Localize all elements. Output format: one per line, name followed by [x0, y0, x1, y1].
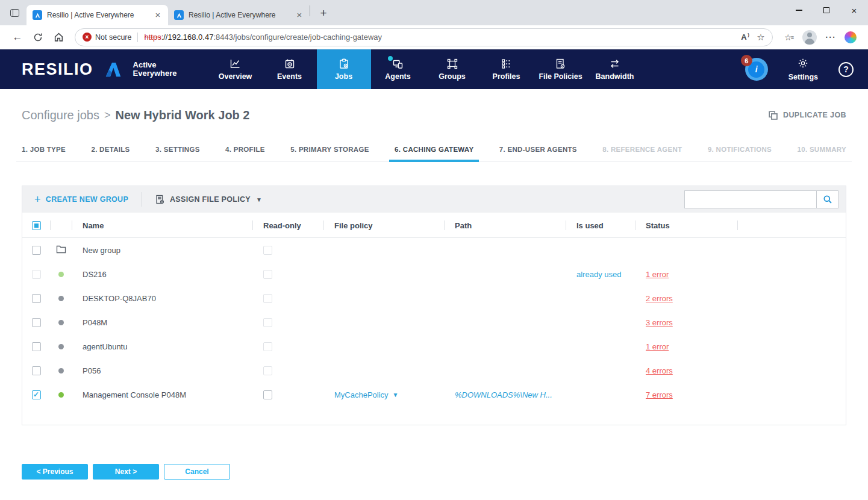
- row-type-cell: [50, 245, 72, 255]
- error-link[interactable]: 1 error: [646, 342, 669, 351]
- step-tab-4[interactable]: 4. PROFILE: [220, 146, 270, 161]
- nav-item-bandwidth[interactable]: Bandwidth: [588, 49, 642, 89]
- error-link[interactable]: 3 errors: [646, 318, 673, 327]
- tab-close-icon[interactable]: ×: [152, 10, 163, 20]
- row-type-cell: [50, 272, 72, 277]
- file-policy-label: MyCachePolicy: [334, 390, 389, 399]
- profile-avatar[interactable]: [801, 28, 819, 46]
- overview-icon: [229, 58, 241, 70]
- table-row: agentUbuntu1 error: [22, 334, 846, 358]
- readonly-checkbox[interactable]: [263, 390, 272, 399]
- tab-close-icon[interactable]: ×: [294, 10, 305, 20]
- search-input[interactable]: [685, 191, 816, 208]
- tab-actions-button[interactable]: [6, 4, 23, 21]
- readonly-checkbox: [263, 366, 272, 375]
- step-tab-9[interactable]: 9. NOTIFICATIONS: [702, 146, 777, 161]
- readonly-cell: [252, 318, 323, 327]
- nav-item-groups[interactable]: Groups: [425, 49, 479, 89]
- search-button[interactable]: [816, 191, 838, 208]
- next-button[interactable]: Next >: [93, 464, 159, 480]
- status-cell: 2 errors: [635, 294, 737, 303]
- back-button[interactable]: ←: [8, 28, 27, 46]
- error-link[interactable]: 7 errors: [646, 390, 673, 399]
- row-checkbox[interactable]: [32, 294, 41, 303]
- step-tab-10[interactable]: 10. SUMMARY: [792, 146, 852, 161]
- row-checkbox[interactable]: [32, 246, 41, 255]
- read-aloud-icon[interactable]: A): [736, 30, 752, 45]
- help-button[interactable]: ?: [838, 62, 854, 77]
- browser-tab-active[interactable]: Resilio | Active Everywhere ×: [27, 5, 168, 25]
- row-type-cell: [50, 344, 72, 349]
- nav-item-overview[interactable]: Overview: [208, 49, 263, 89]
- readonly-cell: [252, 270, 323, 279]
- agent-name: New group: [72, 246, 252, 255]
- select-all-checkbox[interactable]: [22, 213, 50, 238]
- window-maximize-button[interactable]: [813, 0, 840, 20]
- row-checkbox[interactable]: [32, 318, 41, 327]
- notifications-button[interactable]: 6 i: [745, 58, 768, 81]
- step-tab-5[interactable]: 5. PRIMARY STORAGE: [285, 146, 374, 161]
- table-row: Management Console P048MMyCachePolicy▼%D…: [22, 383, 846, 407]
- search-icon: [823, 195, 832, 204]
- error-link[interactable]: 4 errors: [646, 366, 673, 375]
- row-type-cell: [50, 296, 72, 301]
- window-minimize-button[interactable]: [785, 0, 813, 20]
- nav-item-label: Agents: [385, 72, 410, 81]
- already-used-link[interactable]: already used: [576, 270, 621, 279]
- error-link[interactable]: 1 error: [646, 270, 669, 279]
- readonly-cell: [252, 390, 323, 399]
- agent-name: Management Console P048M: [72, 390, 252, 399]
- nav-item-label: Events: [277, 72, 302, 81]
- nav-item-jobs[interactable]: Jobs: [317, 49, 371, 89]
- column-header-is-used: Is used: [566, 213, 635, 238]
- nav-item-profiles[interactable]: Profiles: [479, 49, 534, 89]
- status-cell: 3 errors: [635, 318, 737, 327]
- resilio-favicon: [174, 10, 184, 20]
- previous-button[interactable]: < Previous: [22, 464, 88, 480]
- file-policy-dropdown[interactable]: MyCachePolicy▼: [334, 390, 399, 399]
- favorite-star-icon[interactable]: ☆: [753, 30, 769, 45]
- step-tab-3[interactable]: 3. SETTINGS: [150, 146, 205, 161]
- nav-item-label: Overview: [219, 72, 252, 81]
- home-button[interactable]: [49, 28, 67, 46]
- nav-item-file-policies[interactable]: File Policies: [534, 49, 588, 89]
- step-tab-8[interactable]: 8. REFERENCE AGENT: [597, 146, 687, 161]
- nav-item-settings[interactable]: Settings: [788, 58, 818, 81]
- address-bar[interactable]: × Not secure https://192.168.0.47:8443/j…: [75, 28, 773, 46]
- column-header-file-policy: File policy: [323, 213, 444, 238]
- not-secure-indicator[interactable]: × Not secure: [83, 33, 131, 42]
- row-checkbox[interactable]: [32, 366, 41, 375]
- page-title: New Hybrid Work Job 2: [115, 108, 249, 122]
- refresh-button[interactable]: [29, 28, 47, 46]
- new-tab-button[interactable]: +: [315, 5, 332, 22]
- column-header-path: Path: [444, 213, 566, 238]
- copilot-icon[interactable]: [841, 28, 860, 46]
- path-link[interactable]: %DOWNLOADS%\New H...: [455, 390, 552, 399]
- column-header-name: Name: [72, 213, 252, 238]
- readonly-checkbox: [263, 294, 272, 303]
- nav-item-events[interactable]: Events: [263, 49, 317, 89]
- error-link[interactable]: 2 errors: [646, 294, 673, 303]
- create-new-group-button[interactable]: + CREATE NEW GROUP: [34, 193, 128, 206]
- row-checkbox[interactable]: [32, 390, 41, 399]
- duplicate-job-button[interactable]: DUPLICATE JOB: [769, 111, 846, 120]
- favorites-bar-icon[interactable]: ☆≡: [780, 28, 798, 46]
- nav-item-agents[interactable]: Agents: [371, 49, 425, 89]
- assign-file-policy-button[interactable]: ASSIGN FILE POLICY ▼: [155, 195, 262, 204]
- step-tab-1[interactable]: 1. JOB TYPE: [16, 146, 71, 161]
- readonly-cell: [252, 366, 323, 375]
- browser-tab-inactive[interactable]: Resilio | Active Everywhere ×: [168, 5, 310, 25]
- table-row: P048M3 errors: [22, 310, 846, 334]
- window-close-button[interactable]: ×: [840, 0, 868, 20]
- is-used-cell: already used: [566, 270, 635, 279]
- row-checkbox[interactable]: [32, 342, 41, 351]
- breadcrumb[interactable]: Configure jobs: [22, 108, 99, 122]
- step-tab-6[interactable]: 6. CACHING GATEWAY: [389, 146, 479, 161]
- table-row: DESKTOP-Q8JAB702 errors: [22, 286, 846, 310]
- cancel-button[interactable]: Cancel: [164, 464, 230, 480]
- readonly-cell: [252, 294, 323, 303]
- step-tab-7[interactable]: 7. END-USER AGENTS: [494, 146, 582, 161]
- browser-menu-icon[interactable]: ⋯: [821, 28, 839, 46]
- groups-icon: [447, 58, 458, 70]
- step-tab-2[interactable]: 2. DETAILS: [86, 146, 135, 161]
